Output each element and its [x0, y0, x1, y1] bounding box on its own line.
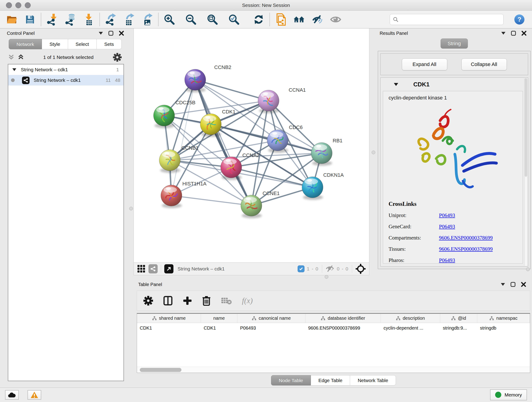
- export-image-icon[interactable]: [142, 13, 153, 26]
- collapse-all-networks-icon[interactable]: [8, 54, 14, 60]
- column-header-description[interactable]: description: [381, 314, 440, 323]
- zoom-fit-icon[interactable]: [207, 13, 218, 26]
- table-cell[interactable]: 9606.ENSP00000378699: [305, 323, 381, 333]
- crosslink-link[interactable]: P06493: [439, 212, 455, 218]
- network-node-HIST1H1A[interactable]: [161, 185, 182, 208]
- network-collection-row[interactable]: String Network – cdk1 1: [8, 64, 123, 75]
- float-panel-icon[interactable]: [511, 31, 516, 36]
- close-window-button[interactable]: [6, 2, 12, 8]
- close-panel-icon[interactable]: [119, 31, 124, 36]
- minimize-window-button[interactable]: [15, 2, 21, 8]
- crosslink-link[interactable]: P06493: [439, 224, 455, 230]
- table-horizontal-scrollbar[interactable]: [137, 367, 530, 373]
- zoom-in-icon[interactable]: [164, 13, 175, 26]
- table-row[interactable]: CDK1CDK1P064939606.ENSP00000378699cyclin…: [137, 323, 530, 333]
- network-edge-CCNB2-CCNE1[interactable]: [195, 80, 251, 206]
- table-cell[interactable]: stringdb: [477, 323, 530, 333]
- home-icon[interactable]: [293, 13, 305, 26]
- splitter-handle[interactable]: [325, 275, 328, 279]
- scrollbar-thumb[interactable]: [140, 368, 181, 372]
- column-header-shared-name[interactable]: shared name: [137, 314, 201, 323]
- hide-graphics-details-icon[interactable]: [312, 13, 323, 26]
- crosslink-link[interactable]: 9606.ENSP00000378699: [439, 235, 493, 241]
- network-node-CCNB2[interactable]: [185, 69, 206, 92]
- network-node-CCNE1[interactable]: [241, 195, 262, 218]
- right-splitter[interactable]: [369, 28, 378, 275]
- table-cell[interactable]: CDK1: [201, 323, 237, 333]
- expand-all-networks-icon[interactable]: [18, 54, 24, 60]
- crosslink-link[interactable]: P06493: [439, 257, 455, 263]
- collapse-all-button[interactable]: Collapse All: [462, 58, 507, 70]
- zoom-selected-icon[interactable]: [228, 13, 240, 26]
- show-columns-icon[interactable]: [163, 296, 173, 306]
- network-node-RB1[interactable]: [311, 143, 332, 166]
- column-header-namespac[interactable]: namespac: [477, 314, 530, 323]
- table-settings-gear-icon[interactable]: [143, 296, 153, 306]
- disclosure-triangle-icon[interactable]: [394, 83, 398, 86]
- memory-button[interactable]: Memory: [490, 389, 527, 400]
- tab-node-table[interactable]: Node Table: [271, 375, 311, 385]
- close-panel-icon[interactable]: [521, 282, 526, 287]
- disclosure-triangle-icon[interactable]: [12, 68, 16, 71]
- new-network-from-selection-icon[interactable]: [275, 13, 286, 26]
- zoom-window-button[interactable]: [25, 2, 31, 8]
- tab-edge-table[interactable]: Edge Table: [311, 375, 350, 385]
- table-cell[interactable]: stringdb:9...: [440, 323, 477, 333]
- open-external-icon[interactable]: [164, 264, 173, 274]
- panel-menu-icon[interactable]: [501, 283, 505, 286]
- splitter-handle[interactable]: [372, 151, 375, 154]
- tab-network[interactable]: Network: [9, 39, 42, 49]
- network-node-CDC25B[interactable]: [153, 105, 175, 128]
- tab-string[interactable]: String: [441, 38, 468, 49]
- tab-sets[interactable]: Sets: [97, 39, 122, 49]
- table-cell[interactable]: cyclin-dependent ...: [381, 323, 440, 333]
- show-graphics-details-eye-icon[interactable]: [330, 13, 341, 26]
- close-panel-icon[interactable]: [521, 31, 526, 36]
- import-database-icon[interactable]: [65, 13, 76, 26]
- column-header-@id[interactable]: @id: [440, 314, 477, 323]
- selected-checkbox[interactable]: [298, 265, 304, 272]
- network-node-CDC6[interactable]: [267, 130, 288, 153]
- share-badge-icon[interactable]: [148, 264, 158, 274]
- left-splitter[interactable]: [128, 28, 133, 388]
- network-row[interactable]: String Network – cdk1 11 48: [8, 75, 123, 85]
- network-edge-CCNB2-CCNA1[interactable]: [195, 80, 268, 101]
- scrollbar-thumb[interactable]: [525, 78, 527, 177]
- column-header-database-identifier[interactable]: database identifier: [305, 314, 381, 323]
- open-folder-icon[interactable]: [6, 13, 17, 26]
- crosslink-link[interactable]: 9606.ENSP00000378699: [439, 246, 493, 252]
- warning-button[interactable]: [27, 390, 41, 400]
- network-options-gear-icon[interactable]: [113, 53, 122, 62]
- table-cell[interactable]: P06493: [237, 323, 305, 333]
- network-canvas[interactable]: CCNB2CCNA1CDC25BCDK1CDC6RB1CCNB1CCNA2CDK…: [134, 28, 369, 262]
- results-scrollbar[interactable]: [524, 78, 527, 266]
- table-cell[interactable]: CDK1: [137, 323, 201, 333]
- save-icon[interactable]: [24, 13, 36, 26]
- network-node-CCNA1[interactable]: [258, 90, 279, 113]
- tab-style[interactable]: Style: [42, 39, 68, 49]
- network-node-CDKN1A[interactable]: [302, 177, 323, 200]
- cloud-button[interactable]: [5, 390, 19, 400]
- panel-menu-icon[interactable]: [99, 32, 103, 35]
- network-node-CCNA2[interactable]: [221, 157, 242, 180]
- import-network-icon[interactable]: [46, 13, 58, 26]
- zoom-out-icon[interactable]: [185, 13, 196, 26]
- crosshair-icon[interactable]: [355, 264, 366, 274]
- float-panel-icon[interactable]: [108, 31, 114, 36]
- apply-layout-refresh-icon[interactable]: [253, 13, 264, 26]
- export-network-icon[interactable]: [105, 13, 116, 26]
- tab-select[interactable]: Select: [68, 39, 97, 49]
- import-table-icon[interactable]: [83, 13, 94, 26]
- panel-resize-handle[interactable]: [526, 268, 530, 271]
- grid-view-icon[interactable]: [137, 264, 146, 273]
- horizontal-splitter[interactable]: [133, 275, 532, 279]
- panel-menu-icon[interactable]: [501, 32, 505, 35]
- network-edge-CCNB2-HIST1H1A[interactable]: [171, 80, 195, 196]
- column-header-name[interactable]: name: [201, 314, 237, 323]
- export-table-icon[interactable]: [123, 13, 135, 26]
- help-button[interactable]: ?: [514, 13, 525, 26]
- network-node-CDK1[interactable]: [200, 114, 221, 137]
- tab-network-table[interactable]: Network Table: [350, 375, 396, 385]
- expand-all-button[interactable]: Expand All: [402, 58, 447, 70]
- float-panel-icon[interactable]: [510, 282, 515, 287]
